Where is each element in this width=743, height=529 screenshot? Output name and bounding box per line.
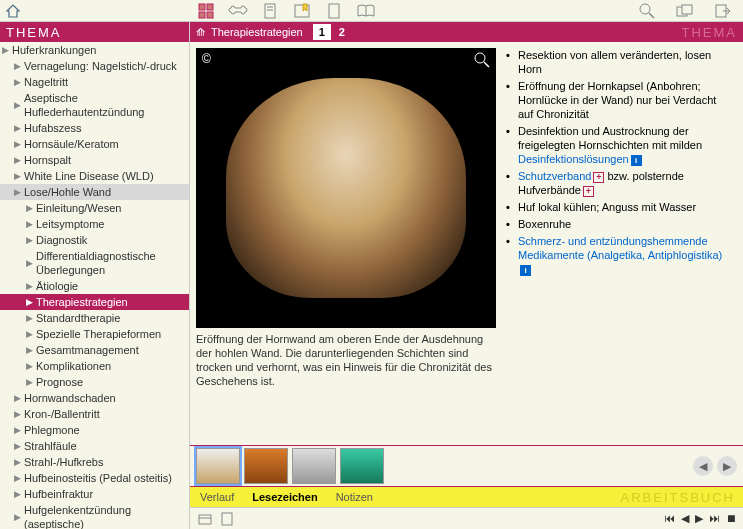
sidebar-item[interactable]: ▶Hufgelenkentzündung (aseptische) bbox=[0, 502, 189, 529]
sidebar-item[interactable]: ▶Huferkrankungen bbox=[0, 42, 189, 58]
text-link[interactable]: Desinfektionslösungen bbox=[518, 153, 629, 165]
prev-icon[interactable]: ◀ bbox=[681, 512, 689, 525]
main-image: © bbox=[196, 48, 496, 328]
sidebar-item[interactable]: ▶Hufabszess bbox=[0, 120, 189, 136]
info-icon[interactable]: i bbox=[520, 265, 531, 276]
next-button[interactable]: ▶ bbox=[717, 456, 737, 476]
book-icon[interactable] bbox=[354, 1, 378, 21]
svg-rect-4 bbox=[265, 4, 275, 18]
bone-icon[interactable] bbox=[226, 1, 250, 21]
svg-rect-0 bbox=[199, 4, 205, 10]
last-icon[interactable]: ⏭ bbox=[709, 512, 720, 525]
sidebar-item[interactable]: ▶Spezielle Therapieformen bbox=[0, 326, 189, 342]
thumbnail[interactable] bbox=[244, 448, 288, 484]
content-title: Therapiestrategien bbox=[211, 26, 303, 38]
bullet-item: Boxenruhe bbox=[506, 217, 733, 231]
sidebar-item[interactable]: ▶Lose/Hohle Wand bbox=[0, 184, 189, 200]
workbook-tab[interactable]: Verlauf bbox=[200, 491, 234, 503]
svg-rect-8 bbox=[329, 4, 339, 18]
page-number[interactable]: 1 bbox=[313, 24, 331, 40]
sidebar-item[interactable]: ▶Gesamtmanagement bbox=[0, 342, 189, 358]
page-icon[interactable] bbox=[322, 1, 346, 21]
svg-rect-3 bbox=[207, 12, 213, 18]
prev-button[interactable]: ◀ bbox=[693, 456, 713, 476]
sidebar-item[interactable]: ▶Diagnostik bbox=[0, 232, 189, 248]
plus-icon[interactable]: + bbox=[593, 172, 604, 183]
slides-icon[interactable] bbox=[196, 510, 214, 528]
workbook-tab[interactable]: Notizen bbox=[336, 491, 373, 503]
image-caption: Eröffnung der Hornwand am oberen Ende de… bbox=[196, 332, 496, 388]
grid-icon[interactable] bbox=[194, 1, 218, 21]
svg-rect-18 bbox=[222, 513, 232, 525]
sidebar-item[interactable]: ▶Phlegmone bbox=[0, 422, 189, 438]
top-toolbar bbox=[0, 0, 743, 22]
sidebar: THEMA ▶Huferkrankungen▶Vernagelung: Nage… bbox=[0, 22, 190, 529]
sidebar-item[interactable]: ▶Prognose bbox=[0, 374, 189, 390]
sidebar-item[interactable]: ▶Hufbeinosteitis (Pedal osteitis) bbox=[0, 470, 189, 486]
sidebar-item[interactable]: ▶Ätiologie bbox=[0, 278, 189, 294]
plus-icon[interactable]: + bbox=[583, 186, 594, 197]
sidebar-item[interactable]: ▶Strahl-/Hufkrebs bbox=[0, 454, 189, 470]
sidebar-item[interactable]: ▶Differentialdiagnostische Überlegungen bbox=[0, 248, 189, 278]
sidebar-item[interactable]: ▶Standardtherapie bbox=[0, 310, 189, 326]
bullet-item: Resektion von allem veränderten, losen H… bbox=[506, 48, 733, 76]
sidebar-item[interactable]: ▶Therapiestrategien bbox=[0, 294, 189, 310]
sidebar-item[interactable]: ▶Kron-/Ballentritt bbox=[0, 406, 189, 422]
sidebar-heading: THEMA bbox=[0, 22, 189, 42]
bullet-item: Schmerz- und entzündungshemmende Medikam… bbox=[506, 234, 733, 276]
svg-rect-2 bbox=[199, 12, 205, 18]
sidebar-item[interactable]: ▶Vernagelung: Nagelstich/-druck bbox=[0, 58, 189, 74]
sidebar-item[interactable]: ▶Hornsäule/Keratom bbox=[0, 136, 189, 152]
workbook-tab[interactable]: Lesezeichen bbox=[252, 491, 317, 503]
thumbnail[interactable] bbox=[292, 448, 336, 484]
first-icon[interactable]: ⏮ bbox=[664, 512, 675, 525]
footer-bar: ⏮ ◀ ▶ ⏭ ⏹ bbox=[190, 507, 743, 529]
page-number[interactable]: 2 bbox=[333, 24, 351, 40]
stop-icon[interactable]: ⏹ bbox=[726, 512, 737, 525]
sidebar-item[interactable]: ▶Einleitung/Wesen bbox=[0, 200, 189, 216]
sidebar-item[interactable]: ▶Hornwandschaden bbox=[0, 390, 189, 406]
sidebar-item[interactable]: ▶Nageltritt bbox=[0, 74, 189, 90]
svg-rect-12 bbox=[682, 5, 692, 14]
brand-label: THEMA bbox=[682, 25, 738, 40]
page-tabs: 12 bbox=[313, 24, 353, 40]
zoom-icon[interactable] bbox=[474, 52, 490, 68]
svg-point-14 bbox=[475, 53, 485, 63]
bookmark-icon[interactable] bbox=[290, 1, 314, 21]
copyright-label: © bbox=[202, 52, 211, 66]
player-controls: ⏮ ◀ ▶ ⏭ ⏹ bbox=[664, 512, 737, 525]
back-icon[interactable]: ⟰ bbox=[196, 26, 205, 39]
sidebar-item[interactable]: ▶Komplikationen bbox=[0, 358, 189, 374]
svg-line-15 bbox=[484, 62, 489, 67]
sidebar-list[interactable]: ▶Huferkrankungen▶Vernagelung: Nagelstich… bbox=[0, 42, 189, 529]
home-icon[interactable] bbox=[4, 2, 22, 20]
text-link[interactable]: Schmerz- und entzündungshemmende Medikam… bbox=[518, 235, 722, 261]
notes-icon[interactable] bbox=[218, 510, 236, 528]
document-icon[interactable] bbox=[258, 1, 282, 21]
text-column: Resektion von allem veränderten, losen H… bbox=[506, 48, 737, 439]
sidebar-item[interactable]: ▶Hornspalt bbox=[0, 152, 189, 168]
bullet-item: Desinfektion und Austrocknung der freige… bbox=[506, 124, 733, 166]
svg-point-9 bbox=[640, 4, 650, 14]
exit-icon[interactable] bbox=[711, 1, 735, 21]
workbook-tabs: VerlaufLesezeichenNotizen ARBEITSBUCH bbox=[190, 487, 743, 507]
thumbnail[interactable] bbox=[340, 448, 384, 484]
sidebar-item[interactable]: ▶Hufbeinfraktur bbox=[0, 486, 189, 502]
search-icon[interactable] bbox=[635, 1, 659, 21]
sidebar-item[interactable]: ▶Strahlfäule bbox=[0, 438, 189, 454]
next-icon[interactable]: ▶ bbox=[695, 512, 703, 525]
sidebar-item[interactable]: ▶White Line Disease (WLD) bbox=[0, 168, 189, 184]
svg-line-10 bbox=[649, 13, 654, 18]
windows-icon[interactable] bbox=[673, 1, 697, 21]
content-panel: ⟰ Therapiestrategien 12 THEMA © Eröffnun… bbox=[190, 22, 743, 529]
workbook-label: ARBEITSBUCH bbox=[621, 490, 735, 505]
svg-rect-1 bbox=[207, 4, 213, 10]
svg-rect-16 bbox=[199, 515, 211, 524]
info-icon[interactable]: i bbox=[631, 155, 642, 166]
content-header: ⟰ Therapiestrategien 12 THEMA bbox=[190, 22, 743, 42]
sidebar-item[interactable]: ▶Leitsymptome bbox=[0, 216, 189, 232]
thumbnail[interactable] bbox=[196, 448, 240, 484]
sidebar-item[interactable]: ▶Aseptische Huflederhautentzündung bbox=[0, 90, 189, 120]
bullet-item: Schutzverband+ bzw. polsternde Hufverbän… bbox=[506, 169, 733, 197]
text-link[interactable]: Schutzverband bbox=[518, 170, 591, 182]
